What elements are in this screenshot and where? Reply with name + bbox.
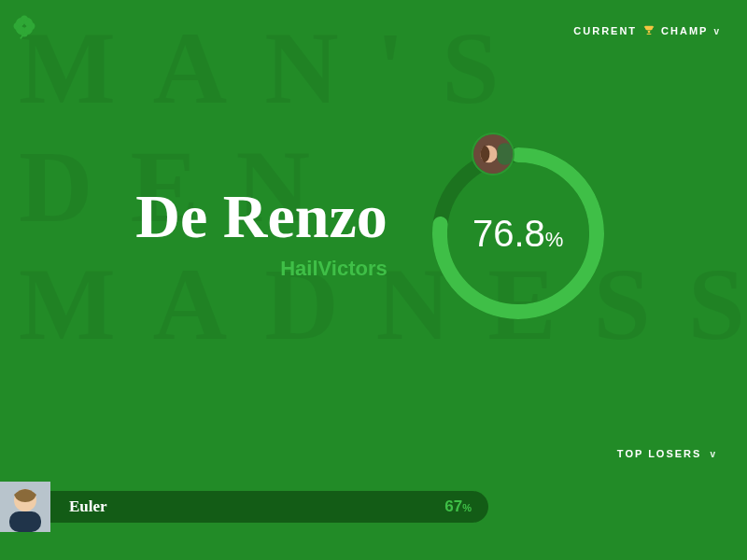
top-losers-label: TOP LOSERS [617,448,702,459]
champ-name-block: De Renzo HailVictors [135,186,387,281]
loser-percent-suffix: % [462,502,472,513]
champ-percent-value: 76.8 [472,213,545,254]
champ-panel: De Renzo HailVictors 76.8% [0,140,747,327]
champ-percent: 76.8% [472,213,563,255]
top-losers-dropdown[interactable]: TOP LOSERS v [617,448,717,459]
loser-avatar [0,482,50,532]
loser-percent: 67% [444,497,472,516]
loser-row: Euler 67% [0,482,488,532]
clover-icon [11,13,37,43]
svg-point-11 [25,25,33,33]
loser-name: Euler [69,497,107,516]
dropdown-champ-label: CHAMP [661,25,708,36]
svg-point-10 [25,19,33,26]
current-champ-dropdown[interactable]: CURRENT CHAMP v [573,24,721,37]
champ-ring: 76.8% [425,140,612,327]
loser-percent-value: 67 [444,497,462,515]
chevron-down-icon: v [710,449,717,459]
svg-rect-16 [497,143,512,165]
svg-point-4 [16,19,23,26]
champ-team: HailVictors [135,257,387,281]
champ-avatar [472,133,514,175]
loser-bar: Euler 67% [50,491,488,523]
champ-name: De Renzo [135,186,387,247]
champ-percent-suffix: % [545,228,564,251]
svg-rect-19 [9,511,41,532]
chevron-down-icon: v [713,26,721,36]
trophy-icon [642,24,655,37]
dropdown-current-label: CURRENT [573,25,637,36]
